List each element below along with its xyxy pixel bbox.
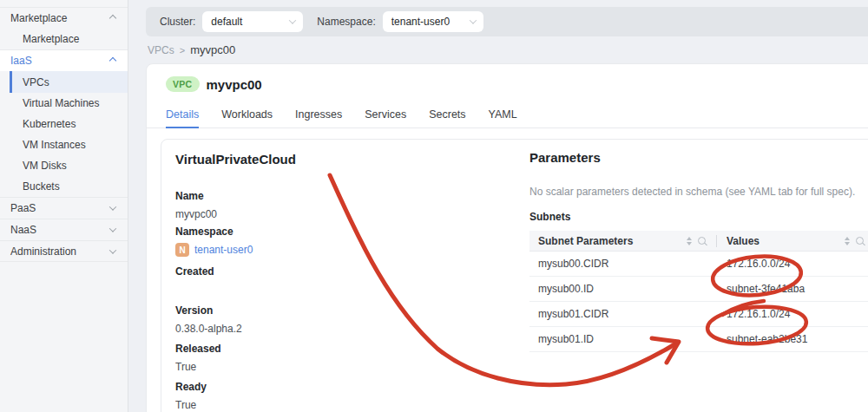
chevron-up-icon: [109, 15, 116, 22]
search-icon[interactable]: [856, 237, 864, 245]
page-title: myvpc00: [207, 77, 262, 92]
sidebar-group-label: Administration: [10, 245, 76, 258]
sidebar: Marketplace Marketplace IaaS VPCs Virtua…: [0, 0, 128, 412]
sort-icon[interactable]: [845, 237, 850, 245]
subnet-param-cell: mysub00.CIDR: [529, 258, 717, 270]
namespace-select[interactable]: tenant-user0: [383, 11, 483, 32]
subnet-param-cell: mysub01.CIDR: [529, 308, 717, 320]
namespace-link[interactable]: tenant-user0: [194, 244, 253, 256]
cluster-select-value: default: [211, 16, 242, 28]
column-header-label: Values: [727, 235, 760, 247]
chevron-down-icon: [109, 225, 116, 232]
sidebar-item-marketplace[interactable]: Marketplace: [0, 29, 128, 49]
table-row: mysub01.CIDR 172.16.1.0/24: [529, 302, 868, 327]
tab-details[interactable]: Details: [166, 105, 199, 128]
field-label: Version: [175, 304, 242, 317]
column-header-subnet-parameters: Subnet Parameters: [529, 235, 716, 247]
field-label: Ready: [175, 381, 207, 393]
parameters-section: Parameters No scalar parameters detected…: [529, 150, 868, 352]
sidebar-group-naas[interactable]: NaaS: [0, 219, 128, 240]
page-title-row: VPC myvpc00: [166, 76, 262, 92]
tab-secrets[interactable]: Secrets: [429, 105, 465, 128]
parameters-empty-message: No scalar parameters detected in schema …: [529, 186, 868, 198]
sidebar-item-buckets[interactable]: Buckets: [0, 176, 128, 197]
sidebar-item-label: Buckets: [23, 180, 60, 193]
subnet-value-cell: 172.16.1.0/24: [717, 308, 868, 320]
field-label: Created: [175, 265, 214, 278]
sidebar-item-label: Kubernetes: [23, 118, 76, 130]
field-version: Version 0.38.0-alpha.2: [175, 304, 242, 335]
tab-bar: Details Workloads Ingresses Services Sec…: [147, 105, 868, 128]
field-ready: Ready True: [175, 381, 207, 411]
sidebar-group-label: IaaS: [10, 55, 32, 67]
field-created: Created: [175, 265, 214, 284]
breadcrumb-current: myvpc00: [190, 43, 235, 56]
breadcrumb-separator: >: [180, 45, 185, 56]
chevron-down-icon: [469, 16, 476, 23]
field-value: 0.38.0-alpha.2: [175, 323, 242, 335]
chevron-down-icon: [109, 246, 116, 253]
field-label: Name: [175, 190, 217, 202]
field-namespace: Namespace N tenant-user0: [175, 226, 253, 257]
field-name: Name myvpc00: [175, 190, 217, 220]
field-label: Namespace: [175, 226, 253, 238]
details-panel: VirtualPrivateCloud Name myvpc00 Namespa…: [161, 139, 868, 412]
namespace-avatar: N: [175, 243, 189, 257]
chevron-down-icon: [109, 203, 116, 210]
field-label: Released: [175, 343, 221, 355]
subnet-value-cell: subnet-eab2be31: [717, 333, 868, 345]
cluster-label: Cluster:: [160, 16, 195, 28]
tab-services[interactable]: Services: [365, 105, 406, 128]
chevron-up-icon: [109, 57, 116, 64]
sidebar-item-label: VPCs: [23, 76, 49, 88]
sidebar-item-virtual-machines[interactable]: Virtual Machines: [0, 93, 128, 114]
context-bar: Cluster: default Namespace: tenant-user0: [146, 7, 868, 36]
breadcrumb: VPCs > myvpc00: [148, 43, 235, 56]
table-row: mysub00.ID subnet-3fe41aba: [529, 277, 868, 302]
vpc-detail-card: VPC myvpc00 Details Workloads Ingresses …: [146, 63, 868, 412]
breadcrumb-vpcs-link[interactable]: VPCs: [148, 44, 174, 56]
field-value: myvpc00: [175, 208, 217, 220]
page: Marketplace Marketplace IaaS VPCs Virtua…: [0, 0, 868, 412]
tab-ingresses[interactable]: Ingresses: [295, 105, 342, 128]
sidebar-group-iaas[interactable]: IaaS: [0, 49, 128, 71]
subnet-param-cell: mysub01.ID: [529, 333, 717, 345]
subnet-table-header: Subnet Parameters Values: [529, 231, 868, 252]
table-row: mysub01.ID subnet-eab2be31: [529, 327, 868, 352]
column-header-label: Subnet Parameters: [538, 235, 633, 247]
field-value: True: [175, 399, 207, 411]
table-row: mysub00.CIDR 172.16.0.0/24: [529, 252, 868, 277]
namespace-label: Namespace:: [317, 16, 375, 28]
tab-yaml[interactable]: YAML: [489, 105, 517, 128]
field-value: True: [175, 361, 221, 373]
sidebar-item-vm-instances[interactable]: VM Instances: [0, 134, 128, 155]
vpc-kind-badge: VPC: [166, 76, 200, 92]
sidebar-group-label: PaaS: [10, 202, 36, 214]
namespace-select-value: tenant-user0: [391, 16, 450, 28]
sidebar-group-label: NaaS: [10, 224, 36, 236]
sidebar-item-label: Marketplace: [23, 33, 79, 45]
subnet-param-cell: mysub00.ID: [529, 283, 717, 295]
search-icon[interactable]: [698, 237, 706, 245]
subnet-value-cell: subnet-3fe41aba: [717, 283, 868, 295]
field-released: Released True: [175, 343, 221, 373]
sidebar-group-administration[interactable]: Administration: [0, 240, 128, 262]
subnet-value-cell: 172.16.0.0/24: [717, 258, 868, 270]
sidebar-item-vm-disks[interactable]: VM Disks: [0, 155, 128, 176]
subnets-label: Subnets: [529, 211, 868, 223]
sort-icon[interactable]: [687, 237, 692, 245]
sidebar-group-label: Marketplace: [10, 12, 67, 24]
sidebar-group-paas[interactable]: PaaS: [0, 197, 128, 219]
sidebar-item-kubernetes[interactable]: Kubernetes: [0, 114, 128, 134]
tab-workloads[interactable]: Workloads: [221, 105, 273, 128]
cluster-select[interactable]: default: [202, 11, 303, 32]
column-header-values: Values: [717, 235, 868, 247]
sidebar-item-label: Virtual Machines: [23, 97, 100, 109]
sidebar-item-label: VM Instances: [23, 139, 86, 151]
sidebar-item-vpcs[interactable]: VPCs: [10, 71, 128, 93]
sidebar-group-marketplace[interactable]: Marketplace: [0, 7, 128, 29]
sidebar-item-label: VM Disks: [23, 160, 67, 172]
details-heading: VirtualPrivateCloud: [175, 152, 296, 167]
parameters-heading: Parameters: [529, 150, 868, 165]
chevron-down-icon: [289, 16, 296, 23]
